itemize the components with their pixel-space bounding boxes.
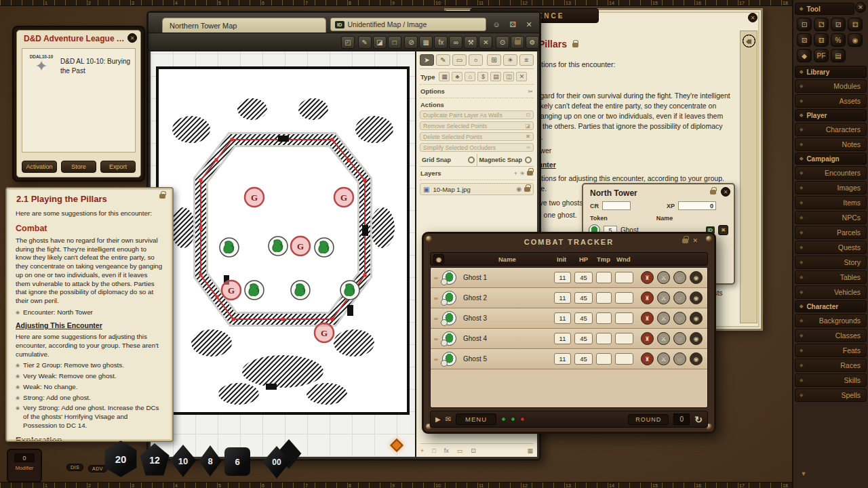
- combatant-token-icon[interactable]: [442, 291, 456, 305]
- terrain-type-icon[interactable]: ♣: [452, 72, 462, 81]
- sidebar-item-notes[interactable]: ◆Notes: [795, 138, 867, 151]
- visibility-icon[interactable]: ◉: [433, 254, 444, 264]
- hand-icon[interactable]: ☞: [673, 312, 686, 325]
- tracker-row[interactable]: ∞ Ghost 5 11 45 ♜ ⚔ ☞ ◉: [431, 349, 707, 369]
- hand-icon[interactable]: ☞: [673, 271, 686, 284]
- hp-field[interactable]: 45: [574, 292, 593, 304]
- tile-type-icon[interactable]: ▤: [490, 72, 501, 81]
- round-counter[interactable]: 0: [673, 413, 690, 425]
- sidebar-item-modules[interactable]: ◆Modules: [795, 79, 867, 93]
- close-icon[interactable]: ✕: [855, 2, 866, 13]
- layer-light-icon[interactable]: ☀: [519, 170, 525, 177]
- character-token[interactable]: [315, 238, 334, 257]
- close-icon[interactable]: ✕: [692, 237, 698, 244]
- ghost-token[interactable]: [291, 237, 310, 256]
- sidebar-item-skills[interactable]: ◆Skills: [795, 373, 867, 387]
- rect-mode-icon[interactable]: ▭: [452, 54, 467, 66]
- select-icon[interactable]: □: [388, 36, 401, 49]
- hp-field[interactable]: 45: [574, 312, 593, 324]
- module-window-title[interactable]: D&D Adventure League Adv: [17, 30, 140, 45]
- ghost-token[interactable]: [315, 323, 334, 342]
- gear-icon[interactable]: ⚙: [526, 36, 539, 49]
- next-actor-icon[interactable]: ▶: [435, 415, 441, 423]
- modifier-box[interactable]: 0 Modifier: [7, 449, 42, 483]
- modifier-value[interactable]: 0: [14, 453, 35, 462]
- character-token[interactable]: [340, 281, 359, 300]
- tracker-row[interactable]: ∞ Ghost 3 11 45 ♜ ⚔ ☞ ◉: [431, 308, 707, 329]
- mask-type-icon[interactable]: ◫: [503, 72, 514, 81]
- tool-pf-icon[interactable]: PF: [814, 49, 829, 62]
- treasure-type-icon[interactable]: $: [477, 72, 488, 81]
- lock-icon[interactable]: [159, 194, 165, 199]
- sidebar-item-races[interactable]: ◆Races: [795, 359, 867, 372]
- attack-icon[interactable]: ⚔: [657, 271, 670, 284]
- tmp-field[interactable]: [596, 333, 612, 344]
- trash-icon[interactable]: ✖: [718, 225, 728, 235]
- grid-tool-icon[interactable]: ▦: [527, 447, 533, 454]
- forge-icon[interactable]: [389, 438, 404, 453]
- brush-icon[interactable]: ✎: [358, 36, 372, 49]
- init-field[interactable]: 11: [554, 353, 571, 365]
- ghost-token[interactable]: [245, 188, 264, 207]
- attack-icon[interactable]: ⚔: [657, 332, 670, 345]
- combatant-token-icon[interactable]: [442, 311, 456, 325]
- pointer-mode-icon[interactable]: ➤: [420, 54, 434, 66]
- combatant-name[interactable]: Ghost 1: [463, 274, 487, 281]
- remove-selected-points-button[interactable]: Remove Selected Points◪: [420, 121, 534, 130]
- lock-icon[interactable]: [524, 187, 530, 192]
- faction-icon[interactable]: ♜: [641, 332, 654, 345]
- faction-icon[interactable]: ♜: [641, 312, 654, 325]
- mail-icon[interactable]: ✉: [446, 415, 451, 423]
- fx-icon[interactable]: fx: [434, 36, 448, 49]
- share-player-icon[interactable]: ☺: [490, 18, 502, 30]
- eye-icon[interactable]: ◉: [690, 271, 703, 284]
- sidebar-header-character[interactable]: ◆Character: [795, 300, 867, 312]
- sidebar-item-backgrounds[interactable]: ◆Backgrounds: [795, 314, 867, 327]
- combatant-token-icon[interactable]: [442, 270, 456, 285]
- tool-scroll-icon[interactable]: ▤: [831, 49, 846, 62]
- hp-field[interactable]: 45: [574, 353, 593, 365]
- fullscreen-icon[interactable]: ◰: [341, 36, 355, 49]
- close-icon[interactable]: ✕: [721, 187, 730, 197]
- lock-icon[interactable]: [682, 239, 688, 243]
- bookmark-icon[interactable]: ◆: [743, 35, 755, 47]
- status-led-green[interactable]: [501, 417, 506, 422]
- d6-die[interactable]: 6: [224, 447, 250, 476]
- copy-icon[interactable]: ⊡: [471, 447, 476, 454]
- wnd-field[interactable]: [615, 333, 633, 344]
- character-token[interactable]: [245, 281, 264, 300]
- map-canvas[interactable]: G: [151, 52, 415, 457]
- module-entry-name[interactable]: D&D AL 10-10: Burying the Past: [60, 54, 131, 75]
- delete-selected-points-button[interactable]: Delete Selected Points✖: [420, 132, 534, 141]
- sidebar-item-classes[interactable]: ◆Classes: [795, 329, 867, 342]
- fx-icon[interactable]: fx: [444, 447, 449, 454]
- simplify-selected-occluders-button[interactable]: Simplify Selected Occluders∞: [420, 143, 534, 152]
- hand-icon[interactable]: ☞: [673, 291, 686, 304]
- map-subtitle-field[interactable]: ID Unidentified Map / Image: [330, 18, 486, 31]
- select-box-icon[interactable]: □: [432, 447, 435, 454]
- sidebar-item-vehicles[interactable]: ◆Vehicles: [795, 285, 867, 299]
- export-button[interactable]: Export: [100, 161, 136, 173]
- menu-icon[interactable]: ≡: [519, 54, 534, 66]
- rect-tool-icon[interactable]: ▭: [457, 447, 463, 454]
- faction-icon[interactable]: ♜: [641, 271, 654, 284]
- pin-icon[interactable]: ⊙: [496, 36, 509, 49]
- status-led-red[interactable]: [520, 417, 525, 422]
- link-icon[interactable]: ∞: [449, 36, 462, 49]
- cr-field[interactable]: [602, 201, 631, 210]
- tool-die-icon[interactable]: ⚃: [848, 18, 863, 31]
- sidebar-item-story[interactable]: ◆Story: [795, 256, 867, 269]
- hp-field[interactable]: 45: [574, 272, 593, 283]
- wnd-field[interactable]: [615, 353, 633, 365]
- activation-button[interactable]: Activation: [22, 161, 57, 173]
- hp-field[interactable]: 45: [574, 333, 593, 344]
- options-icon[interactable]: ✂: [528, 88, 533, 95]
- store-button[interactable]: Store: [61, 161, 96, 173]
- adv-button[interactable]: ADV: [88, 465, 107, 472]
- sidebar-item-images[interactable]: ◆Images: [795, 181, 867, 195]
- attack-icon[interactable]: ⚔: [657, 312, 670, 325]
- eye-icon[interactable]: ◉: [690, 332, 703, 345]
- ghost-token[interactable]: [334, 188, 353, 207]
- tool-gem-icon[interactable]: ◆: [797, 49, 812, 62]
- close-icon[interactable]: ✕: [523, 18, 535, 30]
